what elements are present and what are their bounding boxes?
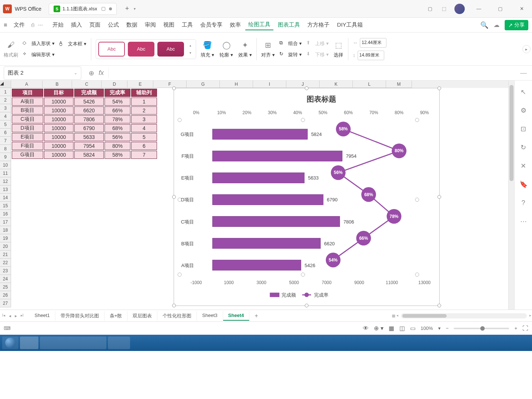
sheet-list-icon[interactable]: ≣ [392,313,396,318]
menu-data[interactable]: 数据 [123,20,140,30]
reader-view-icon[interactable]: ▭ [410,325,416,332]
menu-tools[interactable]: 工具 [179,20,196,30]
device-icon[interactable]: ▢ [426,5,434,13]
menu-page[interactable]: 页面 [86,20,103,30]
ribbon-expand-button[interactable]: ▸ [522,45,531,53]
shape-width-input[interactable]: 12.44厘米 [360,38,386,48]
sheet-tab[interactable]: Sheet1 [30,311,55,321]
style-swatch-2[interactable]: Abc [128,42,154,57]
row-header[interactable]: 2 [0,96,11,104]
menu-hamburger-icon[interactable]: ≡ [4,22,7,28]
row-header[interactable]: 13 [0,185,11,194]
sheet-tab[interactable]: Sheet3 [197,311,223,321]
table-cell[interactable]: 7 [131,151,157,159]
table-header[interactable]: 完成率 [105,89,130,97]
chart-object[interactable]: 图表标题0%10%20%30%40%50%60%70%80%90%-100010… [174,88,440,306]
menu-formula[interactable]: 公式 [105,20,122,30]
col-header-D[interactable]: D [102,81,127,88]
table-cell[interactable]: 5633 [74,133,104,141]
row-header[interactable]: 21 [0,250,11,259]
vscroll-thumb[interactable] [509,85,514,181]
formula-input[interactable] [108,68,515,78]
row-header[interactable]: 15 [0,202,11,210]
style-swatch-1[interactable]: Abc [98,42,125,57]
chart-handle-w[interactable] [172,195,176,199]
table-cell[interactable]: 68% [105,124,130,132]
table-cell[interactable]: 10000 [44,106,74,115]
col-header-C[interactable]: C [72,81,102,88]
name-box[interactable]: 图表 2 ⌄ [4,66,81,80]
window-minimize-button[interactable]: ― [471,6,486,11]
row-header[interactable]: 3 [0,104,11,112]
row-header[interactable]: 20 [0,242,11,250]
new-tab-button[interactable]: + [123,4,132,13]
menu-member[interactable]: 会员专享 [197,20,225,30]
row-header[interactable]: 6 [0,129,11,137]
select-all-corner[interactable]: ◢ [0,81,11,88]
row-header[interactable]: 8 [0,145,11,153]
table-cell[interactable]: D项目 [12,124,43,132]
chart-handle-e[interactable] [437,195,441,199]
menu-review[interactable]: 审阅 [142,20,159,30]
table-cell[interactable]: 6620 [74,106,104,115]
cursor-icon[interactable]: ↖ [519,88,528,96]
window-close-button[interactable]: ✕ [514,6,529,11]
hscroll-thumb[interactable] [402,314,447,318]
save-icon[interactable]: ⎙ [31,22,34,28]
table-cell[interactable]: A项目 [12,98,43,106]
col-header-A[interactable]: A [11,81,42,88]
table-cell[interactable]: 5 [131,133,157,141]
sheet-tab[interactable]: Sheet4 [223,311,250,321]
table-header[interactable]: 完成额 [74,89,104,97]
settings-icon[interactable]: ⚙ [519,106,528,115]
zoom-in-button[interactable]: + [514,325,517,331]
menu-home[interactable]: 开始 [50,20,66,30]
eye-icon[interactable]: 👁 [363,325,369,332]
fullscreen-icon[interactable]: ⛶ [522,325,528,332]
keyboard-icon[interactable]: ⌨ [4,325,11,331]
table-cell[interactable]: E项目 [12,133,43,141]
fill-button[interactable]: 🪣填充 ▾ [201,40,214,58]
row-header[interactable]: 11 [0,169,11,177]
col-header-F[interactable]: F [153,81,187,88]
zoom-fx-icon[interactable]: ⊕ [89,69,94,77]
table-cell[interactable]: 54% [105,98,130,106]
frame-icon[interactable]: ⊡ [519,125,528,133]
cube-icon[interactable]: ⬚ [440,5,448,13]
table-cell[interactable]: 10000 [44,133,74,141]
table-header[interactable]: 辅助列 [131,89,157,97]
cloud-icon[interactable]: ☁ [494,21,499,28]
table-cell[interactable]: 2 [131,106,157,115]
table-cell[interactable]: 80% [105,142,130,150]
row-header[interactable]: 10 [0,161,11,169]
table-cell[interactable]: G项目 [12,151,43,159]
share-button[interactable]: ↗ 分享 [505,20,528,30]
row-header[interactable]: 19 [0,234,11,242]
table-cell[interactable]: 58% [105,151,130,159]
table-cell[interactable]: 10000 [44,115,74,123]
col-header-L[interactable]: L [353,81,386,88]
file-menu[interactable]: 文件 [11,20,28,30]
row-header[interactable]: 25 [0,283,11,291]
send-backward-button[interactable]: ⬇下移 ▾ [306,51,329,58]
col-header-K[interactable]: K [320,81,353,88]
col-header-E[interactable]: E [127,81,153,88]
bring-forward-button[interactable]: ⬆上移 ▾ [306,40,329,47]
table-cell[interactable]: 10000 [44,151,74,159]
menu-efficiency[interactable]: 效率 [227,20,244,30]
table-cell[interactable]: 1 [131,98,157,106]
table-cell[interactable]: 3 [131,115,157,123]
shape-style-gallery[interactable]: Abc Abc Abc ▴▾ [96,39,196,59]
row-header[interactable]: 1 [0,88,11,96]
table-cell[interactable]: 56% [105,133,130,141]
tools-icon[interactable]: ✕ [519,162,528,170]
zoom-slider[interactable] [454,328,509,329]
table-cell[interactable]: 10000 [44,124,74,132]
menu-insert[interactable]: 插入 [68,20,85,30]
bookmark-icon[interactable]: 🔖 [519,180,528,188]
menu-drawing-tools[interactable]: 绘图工具 [245,20,273,30]
effects-button[interactable]: ✦效果 ▾ [238,40,252,58]
row-header[interactable]: 18 [0,226,11,234]
col-header-I[interactable]: I [253,81,286,88]
more-icon[interactable]: ⋯ [38,22,43,28]
